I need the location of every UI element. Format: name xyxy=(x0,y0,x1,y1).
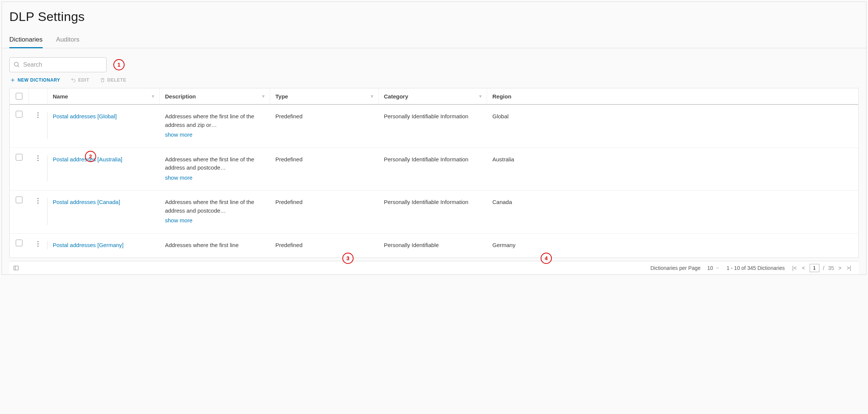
plus-icon xyxy=(10,77,15,83)
row-type: Predefined xyxy=(270,195,379,210)
callout-3: 3 xyxy=(342,253,354,264)
filter-icon[interactable]: ▾ xyxy=(371,94,373,99)
row-category: Personally Identifiable xyxy=(379,238,487,253)
filter-icon[interactable]: ▾ xyxy=(262,94,265,99)
new-dictionary-button[interactable]: NEW DICTIONARY xyxy=(10,77,60,83)
show-more-link[interactable]: show more xyxy=(165,131,192,139)
pager: Dictionaries per Page 10 1 - 10 of 345 D… xyxy=(9,261,859,274)
per-page-label: Dictionaries per Page xyxy=(650,265,700,271)
row-menu-button[interactable] xyxy=(36,111,40,119)
row-region: Canada xyxy=(487,195,858,210)
callout-4: 4 xyxy=(541,253,552,264)
per-page-value: 10 xyxy=(707,265,713,271)
row-description: Addresses where the first line of the ad… xyxy=(165,113,254,128)
edit-button: EDIT xyxy=(71,77,89,83)
row-checkbox[interactable] xyxy=(16,240,22,246)
col-description[interactable]: Description xyxy=(165,93,196,100)
delete-label: DELETE xyxy=(107,77,126,83)
prev-page-button[interactable]: < xyxy=(801,265,806,271)
row-menu-button[interactable] xyxy=(36,240,40,248)
new-dictionary-label: NEW DICTIONARY xyxy=(18,77,60,83)
dictionary-name-link[interactable]: Postal addresses [Canada] xyxy=(53,199,120,205)
table-header: Name ▾ Description ▾ Type ▾ Category ▾ R… xyxy=(10,88,858,105)
dictionaries-table: Name ▾ Description ▾ Type ▾ Category ▾ R… xyxy=(9,88,859,258)
last-page-button[interactable]: >| xyxy=(846,265,852,271)
dictionary-name-link[interactable]: Postal addresses [Germany] xyxy=(53,242,123,248)
tab-auditors[interactable]: Auditors xyxy=(56,36,79,48)
row-category: Personally Identifiable Information xyxy=(379,152,487,167)
trash-icon xyxy=(100,77,105,83)
col-region[interactable]: Region xyxy=(492,93,511,100)
filter-icon[interactable]: ▾ xyxy=(152,94,154,99)
search-icon xyxy=(13,61,20,68)
chevron-down-icon xyxy=(715,266,720,270)
show-more-link[interactable]: show more xyxy=(165,216,192,225)
svg-point-0 xyxy=(14,62,18,66)
page-input[interactable] xyxy=(810,264,819,272)
select-all-checkbox[interactable] xyxy=(16,93,22,100)
next-page-button[interactable]: > xyxy=(838,265,842,271)
row-type: Predefined xyxy=(270,238,379,253)
search-input[interactable] xyxy=(23,61,103,68)
edit-label: EDIT xyxy=(78,77,89,83)
col-name[interactable]: Name xyxy=(53,93,68,100)
undo-icon xyxy=(71,77,76,83)
row-description: Addresses where the first line of the ad… xyxy=(165,156,254,171)
column-toggle-icon[interactable] xyxy=(13,265,19,271)
filter-icon[interactable]: ▾ xyxy=(479,94,482,99)
first-page-button[interactable]: |< xyxy=(792,265,798,271)
table-row: Postal addresses [Germany] Addresses whe… xyxy=(10,233,858,258)
row-checkbox[interactable] xyxy=(16,197,22,203)
search-box[interactable] xyxy=(9,57,107,72)
tab-dictionaries[interactable]: Dictionaries xyxy=(9,36,43,48)
row-type: Predefined xyxy=(270,152,379,167)
row-checkbox[interactable] xyxy=(16,111,22,118)
row-type: Predefined xyxy=(270,109,379,124)
per-page-select[interactable]: 10 xyxy=(707,265,720,271)
row-menu-button[interactable] xyxy=(36,197,40,205)
col-type[interactable]: Type xyxy=(275,93,288,100)
row-category: Personally Identifiable Information xyxy=(379,109,487,124)
callout-1: 1 xyxy=(113,59,125,70)
row-description: Addresses where the first line xyxy=(165,242,239,248)
table-row: Postal addresses [Canada] Addresses wher… xyxy=(10,190,858,233)
tabs: Dictionaries Auditors xyxy=(2,25,866,48)
table-row: Postal addresses [Global] Addresses wher… xyxy=(10,105,858,147)
row-menu-button[interactable] xyxy=(36,154,40,162)
page-title: DLP Settings xyxy=(2,2,866,25)
col-category[interactable]: Category xyxy=(384,93,408,100)
pager-range: 1 - 10 of 345 Dictionaries xyxy=(727,265,785,271)
svg-rect-4 xyxy=(14,266,18,270)
show-more-link[interactable]: show more xyxy=(165,174,192,182)
svg-line-1 xyxy=(18,66,19,67)
callout-2: 2 xyxy=(85,151,96,162)
row-checkbox[interactable] xyxy=(16,154,22,161)
dictionary-name-link[interactable]: Postal addresses [Global] xyxy=(53,113,117,119)
toolbar: NEW DICTIONARY EDIT DELETE xyxy=(2,72,866,88)
row-description: Addresses where the first line of the ad… xyxy=(165,199,254,214)
row-region: Global xyxy=(487,109,858,124)
row-region: Germany xyxy=(487,238,858,253)
page-sep: / xyxy=(823,265,825,271)
table-row: Postal addresses [Australia] Addresses w… xyxy=(10,147,858,191)
total-pages: 35 xyxy=(828,265,834,271)
delete-button: DELETE xyxy=(100,77,126,83)
row-region: Australia xyxy=(487,152,858,167)
dlp-settings-panel: DLP Settings Dictionaries Auditors 1 NEW… xyxy=(1,1,867,275)
row-category: Personally Identifiable Information xyxy=(379,195,487,210)
